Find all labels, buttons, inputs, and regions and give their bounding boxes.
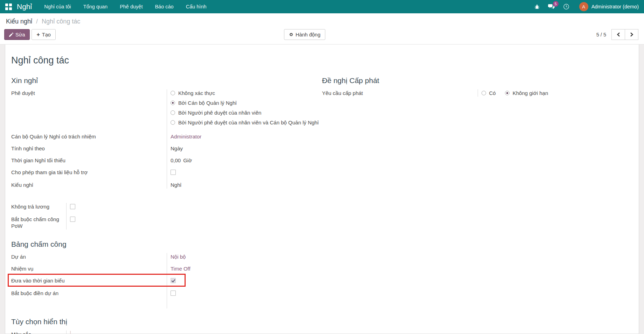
chevron-left-icon [617,32,620,37]
pager-previous-button[interactable] [611,29,625,40]
action-menu-button[interactable]: Hành động [284,29,325,40]
payroll-group: Không trả lương Bắt buộc chấm công PoW [11,203,322,230]
leave-unit-label: Tính nghỉ theo [11,145,167,152]
requires-allocation-row: Yêu cầu cấp phát Có Không giới hạn [322,89,633,97]
time-off-heading: Xin nghỉ [11,76,322,85]
debug-bug-icon[interactable] [534,4,540,9]
task-label: Nhiệm vụ [11,265,167,272]
nav-item-approvals[interactable]: Phê duyệt [120,4,143,9]
display-options-heading: Tùy chọn hiển thị [11,318,322,326]
force-project-checkbox[interactable] [171,291,176,296]
nav-item-my-time-off[interactable]: Nghỉ của tôi [44,4,71,9]
activities-clock-icon[interactable] [563,4,569,10]
min-duration-row: Thời gian Nghỉ tối thiểu 0,00Giờ [11,157,322,164]
pencil-icon [9,33,13,37]
pow-attendance-row: Bắt buộc chấm công PoW [11,216,322,230]
create-button[interactable]: + Tạo [32,29,55,40]
task-link[interactable]: Time Off [171,266,191,272]
breadcrumb: Kiểu nghỉ / Nghỉ công tác [0,13,644,26]
force-project-row: Bắt buộc điền dự án [11,289,322,298]
breadcrumb-separator: / [36,18,38,25]
control-panel: Kiểu nghỉ / Nghỉ công tác Sửa + Tạo Hành… [0,13,644,45]
messages-icon[interactable]: 5 [548,4,555,9]
color-label: Màu sắc [11,330,66,334]
edit-button[interactable]: Sửa [4,29,30,40]
form-sheet: Nghỉ công tác Xin nghỉ Phê duyệt Không x… [5,45,639,334]
min-duration-value: 0,00 [171,157,181,163]
supporting-document-label: Cho phép tham gia tài liệu hỗ trợ [11,169,167,176]
color-picker-swatch[interactable] [70,331,71,334]
color-row: Màu sắc [11,330,322,334]
supporting-document-checkbox[interactable] [171,170,176,175]
pager-next-button[interactable] [625,29,638,40]
user-avatar[interactable]: A [579,2,588,11]
approval-option-no-validation[interactable]: Không xác thực [171,90,319,96]
unpaid-checkbox[interactable] [70,204,75,209]
requires-allocation-label: Yêu cầu cấp phát [322,89,478,97]
radio-selected-icon[interactable] [171,101,175,105]
approval-option-by-approver-and-officer[interactable]: Bởi Người phê duyệt của nhân viên và Cán… [171,119,319,126]
allocation-option-yes[interactable]: Có [482,90,496,96]
kind-of-leave-row: Kiểu nghỉ Nghỉ [11,181,322,189]
responsible-officer-row: Cán bộ Quản lý Nghỉ có trách nhiệm Admin… [11,133,322,140]
nav-item-reporting[interactable]: Báo cáo [155,4,173,9]
user-menu[interactable]: Administrator (demo) [591,4,639,9]
nav-item-overview[interactable]: Tổng quan [83,4,108,9]
chevron-right-icon [630,32,633,37]
pager: 5 / 5 [596,29,638,40]
allocation-section: Đề nghị Cấp phát Yêu cầu cấp phát Có Khô… [322,76,633,193]
radio-icon[interactable] [171,91,175,95]
responsible-officer-label: Cán bộ Quản lý Nghỉ có trách nhiệm [11,133,167,140]
unpaid-label: Không trả lương [11,203,66,210]
pow-attendance-checkbox[interactable] [70,217,75,222]
include-in-timesheet-row: Đưa vào thời gian biểu [11,277,322,285]
control-panel-buttons: Sửa + Tạo Hành động 5 / 5 [0,26,644,45]
approval-option-by-employee-approver[interactable]: Bởi Người phê duyệt của nhân viên [171,109,319,116]
apps-menu-icon[interactable] [5,4,12,10]
breadcrumb-current: Nghỉ công tác [42,18,80,25]
task-row: Nhiệm vụ Time Off [11,265,322,272]
unpaid-row: Không trả lương [11,203,322,211]
leave-unit-row: Tính nghỉ theo Ngày [11,145,322,152]
approval-option-by-time-off-officer[interactable]: Bởi Cán bộ Quản lý Nghỉ [171,100,319,106]
breadcrumb-parent[interactable]: Kiểu nghỉ [6,18,32,25]
project-link[interactable]: Nội bộ [171,254,186,260]
approval-field-row: Phê duyệt Không xác thực Bởi Cán bộ Quản… [11,89,322,126]
app-brand[interactable]: Nghỉ [17,2,32,11]
time-off-section: Xin nghỉ Phê duyệt Không xác thực Bởi Cá… [11,76,322,193]
radio-icon[interactable] [171,110,175,115]
include-in-timesheet-checkbox[interactable] [171,278,176,283]
approval-label: Phê duyệt [11,89,167,97]
leave-unit-value: Ngày [167,145,183,152]
supporting-document-row: Cho phép tham gia tài liệu hỗ trợ [11,169,322,177]
min-duration-unit: Giờ [183,157,192,163]
display-options-section: Tùy chọn hiển thị Màu sắc Ảnh bìa [11,318,322,334]
top-navbar: Nghỉ Nghỉ của tôi Tổng quan Phê duyệt Bá… [0,0,644,13]
radio-icon[interactable] [171,120,175,125]
pager-value[interactable]: 5 / 5 [596,32,606,38]
radio-selected-icon[interactable] [505,91,510,95]
plus-icon: + [36,32,40,38]
timesheet-heading: Bảng chấm công [11,240,322,248]
messages-count-badge: 5 [553,1,559,7]
kind-of-leave-value: Nghỉ [167,181,181,189]
record-title: Nghỉ công tác [11,55,633,66]
pow-attendance-label: Bắt buộc chấm công PoW [11,216,66,230]
gear-icon [289,32,293,37]
project-row: Dự án Nội bộ [11,253,322,260]
timesheet-section: Bảng chấm công Dự án Nội bộ Nhiệm vụ Tim… [11,240,322,308]
kind-of-leave-label: Kiểu nghỉ [11,181,167,189]
nav-item-configuration[interactable]: Cấu hình [186,4,207,9]
allocation-heading: Đề nghị Cấp phát [322,76,633,85]
radio-icon[interactable] [482,91,486,95]
form-view-background: Nghỉ công tác Xin nghỉ Phê duyệt Không x… [0,45,644,334]
min-duration-label: Thời gian Nghỉ tối thiểu [11,157,167,164]
allocation-option-no-limit[interactable]: Không giới hạn [505,90,548,96]
include-in-timesheet-label: Đưa vào thời gian biểu [11,277,167,284]
project-label: Dự án [11,253,167,260]
force-project-label: Bắt buộc điền dự án [11,289,167,297]
responsible-officer-link[interactable]: Administrator [171,134,201,139]
